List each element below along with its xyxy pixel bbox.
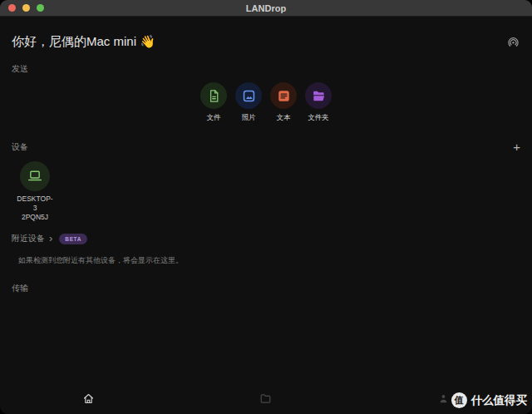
send-text-label: 文本: [277, 113, 291, 123]
add-device-button[interactable]: +: [513, 143, 520, 151]
smzdm-logo-icon: 值: [451, 392, 467, 408]
tab-home[interactable]: [0, 387, 177, 410]
laptop-icon: [20, 161, 50, 191]
send-file-button[interactable]: 文件: [200, 82, 228, 123]
transfers-section-label: 传输: [12, 283, 520, 294]
send-photo-label: 照片: [242, 113, 256, 123]
open-folder-icon: [305, 82, 332, 109]
devices-section-label: 设备: [12, 141, 28, 153]
device-name: DESKTOP-3 2PQN5J: [15, 195, 55, 222]
nearby-devices-link[interactable]: 附近设备 › BETA: [12, 233, 520, 244]
devices-header: 设备 +: [12, 141, 520, 153]
send-text-button[interactable]: 文本: [270, 82, 298, 123]
send-section-label: 发送: [12, 63, 520, 75]
greeting-row: 你好，尼偶的Mac mini 👋: [12, 17, 520, 50]
smzdm-watermark-text: 什么值得买: [471, 393, 528, 408]
nearby-section-label: 附近设备: [12, 233, 45, 244]
text-lines-icon: [270, 82, 297, 109]
file-document-icon: [200, 82, 227, 109]
device-item[interactable]: DESKTOP-3 2PQN5J: [15, 161, 55, 222]
send-folder-button[interactable]: 文件夹: [305, 82, 332, 123]
beta-badge: BETA: [59, 234, 87, 244]
chevron-right-icon: ›: [49, 235, 52, 242]
person-icon: [437, 392, 450, 405]
main-content: 你好，尼偶的Mac mini 👋 发送: [0, 17, 532, 414]
send-photo-button[interactable]: 照片: [235, 82, 263, 123]
broadcast-discoverable-icon[interactable]: [505, 35, 520, 50]
titlebar: LANDrop: [0, 0, 532, 17]
tab-transfers[interactable]: [177, 387, 354, 410]
send-actions-row: 文件 照片 文本: [12, 82, 520, 123]
send-folder-label: 文件夹: [308, 113, 329, 123]
nearby-empty-text: 如果检测到您附近有其他设备，将会显示在这里。: [18, 255, 520, 266]
landrop-window: LANDrop 你好，尼偶的Mac mini 👋 发送: [0, 0, 532, 414]
greeting-text: 你好，尼偶的Mac mini 👋: [12, 34, 155, 50]
send-file-label: 文件: [207, 113, 221, 123]
smzdm-watermark: 值 什么值得买: [451, 392, 528, 408]
photo-icon: [235, 82, 262, 109]
home-icon: [82, 392, 95, 405]
folder-icon: [259, 392, 272, 405]
window-title: LANDrop: [0, 3, 532, 13]
